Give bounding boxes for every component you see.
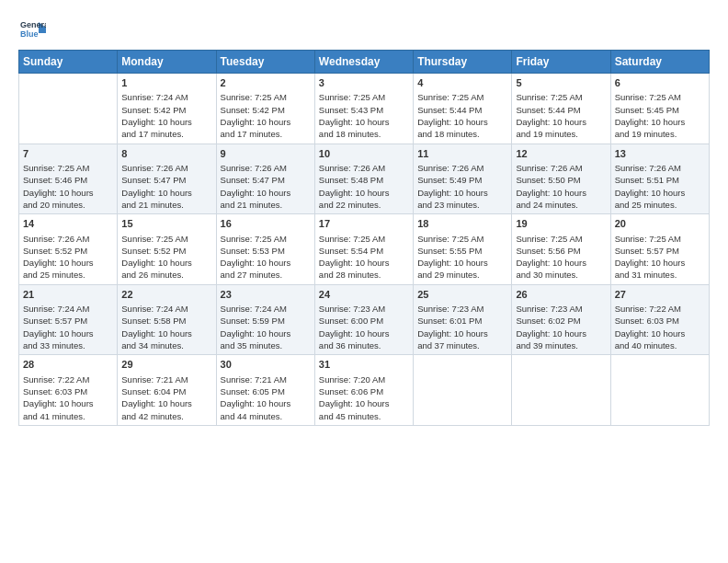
day-number: 19 bbox=[516, 217, 606, 231]
calendar-cell: 28Sunrise: 7:22 AM Sunset: 6:03 PM Dayli… bbox=[19, 355, 118, 426]
day-info: Sunrise: 7:26 AM Sunset: 5:47 PM Dayligh… bbox=[121, 162, 211, 211]
day-info: Sunrise: 7:25 AM Sunset: 5:42 PM Dayligh… bbox=[221, 91, 311, 140]
calendar-cell: 7Sunrise: 7:25 AM Sunset: 5:46 PM Daylig… bbox=[19, 144, 118, 214]
logo: General Blue bbox=[18, 15, 50, 42]
calendar-cell: 8Sunrise: 7:26 AM Sunset: 5:47 PM Daylig… bbox=[118, 144, 216, 214]
calendar-cell: 23Sunrise: 7:24 AM Sunset: 5:59 PM Dayli… bbox=[216, 284, 314, 355]
day-number: 16 bbox=[221, 217, 311, 231]
calendar-cell: 6Sunrise: 7:25 AM Sunset: 5:45 PM Daylig… bbox=[610, 74, 709, 144]
weekday-header: Sunday bbox=[19, 51, 118, 74]
calendar-cell: 12Sunrise: 7:26 AM Sunset: 5:50 PM Dayli… bbox=[512, 144, 610, 214]
calendar-cell: 10Sunrise: 7:26 AM Sunset: 5:48 PM Dayli… bbox=[314, 144, 413, 214]
calendar-week-row: 21Sunrise: 7:24 AM Sunset: 5:57 PM Dayli… bbox=[19, 284, 710, 355]
day-number: 2 bbox=[221, 76, 311, 90]
day-number: 21 bbox=[23, 288, 113, 302]
day-number: 26 bbox=[516, 288, 606, 302]
weekday-header: Tuesday bbox=[216, 51, 314, 74]
calendar-cell: 26Sunrise: 7:23 AM Sunset: 6:02 PM Dayli… bbox=[512, 284, 610, 355]
day-info: Sunrise: 7:21 AM Sunset: 6:04 PM Dayligh… bbox=[121, 373, 211, 422]
day-info: Sunrise: 7:25 AM Sunset: 5:43 PM Dayligh… bbox=[319, 91, 409, 140]
day-info: Sunrise: 7:26 AM Sunset: 5:47 PM Dayligh… bbox=[221, 162, 311, 211]
day-info: Sunrise: 7:26 AM Sunset: 5:48 PM Dayligh… bbox=[319, 162, 409, 211]
calendar-cell: 13Sunrise: 7:26 AM Sunset: 5:51 PM Dayli… bbox=[610, 144, 709, 214]
day-number: 29 bbox=[121, 358, 211, 372]
day-info: Sunrise: 7:20 AM Sunset: 6:06 PM Dayligh… bbox=[319, 373, 409, 422]
weekday-header: Monday bbox=[118, 51, 216, 74]
day-info: Sunrise: 7:25 AM Sunset: 5:57 PM Dayligh… bbox=[615, 233, 705, 282]
day-number: 23 bbox=[221, 288, 311, 302]
calendar-cell bbox=[19, 74, 118, 144]
calendar-cell bbox=[512, 355, 610, 426]
calendar-week-row: 14Sunrise: 7:26 AM Sunset: 5:52 PM Dayli… bbox=[19, 214, 710, 285]
calendar-week-row: 7Sunrise: 7:25 AM Sunset: 5:46 PM Daylig… bbox=[19, 144, 710, 214]
calendar-cell: 4Sunrise: 7:25 AM Sunset: 5:44 PM Daylig… bbox=[414, 74, 512, 144]
calendar-cell: 30Sunrise: 7:21 AM Sunset: 6:05 PM Dayli… bbox=[216, 355, 314, 426]
day-info: Sunrise: 7:25 AM Sunset: 5:55 PM Dayligh… bbox=[417, 233, 507, 282]
day-number: 27 bbox=[615, 288, 705, 302]
day-info: Sunrise: 7:25 AM Sunset: 5:44 PM Dayligh… bbox=[417, 91, 507, 140]
header-row: SundayMondayTuesdayWednesdayThursdayFrid… bbox=[19, 51, 710, 74]
day-number: 11 bbox=[417, 147, 507, 161]
calendar-cell: 24Sunrise: 7:23 AM Sunset: 6:00 PM Dayli… bbox=[314, 284, 413, 355]
day-number: 8 bbox=[121, 147, 211, 161]
day-number: 12 bbox=[516, 147, 606, 161]
day-info: Sunrise: 7:26 AM Sunset: 5:51 PM Dayligh… bbox=[615, 162, 705, 211]
day-info: Sunrise: 7:26 AM Sunset: 5:49 PM Dayligh… bbox=[417, 162, 507, 211]
calendar-cell bbox=[610, 355, 709, 426]
day-info: Sunrise: 7:25 AM Sunset: 5:56 PM Dayligh… bbox=[516, 233, 606, 282]
weekday-header: Saturday bbox=[610, 51, 709, 74]
day-number: 31 bbox=[319, 358, 409, 372]
day-number: 25 bbox=[417, 288, 507, 302]
calendar-cell bbox=[414, 355, 512, 426]
day-info: Sunrise: 7:21 AM Sunset: 6:05 PM Dayligh… bbox=[221, 373, 311, 422]
day-number: 10 bbox=[319, 147, 409, 161]
header: General Blue bbox=[18, 15, 710, 42]
day-number: 15 bbox=[121, 217, 211, 231]
calendar-cell: 5Sunrise: 7:25 AM Sunset: 5:44 PM Daylig… bbox=[512, 74, 610, 144]
day-number: 1 bbox=[121, 76, 211, 90]
day-info: Sunrise: 7:24 AM Sunset: 5:57 PM Dayligh… bbox=[23, 303, 113, 351]
day-number: 5 bbox=[516, 76, 606, 90]
calendar-cell: 20Sunrise: 7:25 AM Sunset: 5:57 PM Dayli… bbox=[610, 214, 709, 285]
weekday-header: Wednesday bbox=[314, 51, 413, 74]
day-info: Sunrise: 7:23 AM Sunset: 6:02 PM Dayligh… bbox=[516, 303, 606, 351]
day-number: 17 bbox=[319, 217, 409, 231]
svg-text:Blue: Blue bbox=[20, 29, 39, 39]
calendar-cell: 16Sunrise: 7:25 AM Sunset: 5:53 PM Dayli… bbox=[216, 214, 314, 285]
day-info: Sunrise: 7:24 AM Sunset: 5:59 PM Dayligh… bbox=[221, 303, 311, 351]
calendar-cell: 19Sunrise: 7:25 AM Sunset: 5:56 PM Dayli… bbox=[512, 214, 610, 285]
calendar-cell: 15Sunrise: 7:25 AM Sunset: 5:52 PM Dayli… bbox=[118, 214, 216, 285]
logo-icon: General Blue bbox=[18, 15, 46, 42]
day-info: Sunrise: 7:22 AM Sunset: 6:03 PM Dayligh… bbox=[23, 373, 113, 422]
day-info: Sunrise: 7:23 AM Sunset: 6:01 PM Dayligh… bbox=[417, 303, 507, 351]
calendar-cell: 22Sunrise: 7:24 AM Sunset: 5:58 PM Dayli… bbox=[118, 284, 216, 355]
calendar-cell: 11Sunrise: 7:26 AM Sunset: 5:49 PM Dayli… bbox=[414, 144, 512, 214]
day-info: Sunrise: 7:26 AM Sunset: 5:50 PM Dayligh… bbox=[516, 162, 606, 211]
day-number: 18 bbox=[417, 217, 507, 231]
calendar-cell: 2Sunrise: 7:25 AM Sunset: 5:42 PM Daylig… bbox=[216, 74, 314, 144]
day-info: Sunrise: 7:24 AM Sunset: 5:42 PM Dayligh… bbox=[121, 91, 211, 140]
calendar-cell: 9Sunrise: 7:26 AM Sunset: 5:47 PM Daylig… bbox=[216, 144, 314, 214]
calendar-cell: 31Sunrise: 7:20 AM Sunset: 6:06 PM Dayli… bbox=[314, 355, 413, 426]
calendar-cell: 25Sunrise: 7:23 AM Sunset: 6:01 PM Dayli… bbox=[414, 284, 512, 355]
calendar-cell: 18Sunrise: 7:25 AM Sunset: 5:55 PM Dayli… bbox=[414, 214, 512, 285]
day-number: 24 bbox=[319, 288, 409, 302]
day-number: 28 bbox=[23, 358, 113, 372]
day-number: 4 bbox=[417, 76, 507, 90]
day-info: Sunrise: 7:22 AM Sunset: 6:03 PM Dayligh… bbox=[615, 303, 705, 351]
day-number: 20 bbox=[615, 217, 705, 231]
day-number: 6 bbox=[615, 76, 705, 90]
day-info: Sunrise: 7:25 AM Sunset: 5:54 PM Dayligh… bbox=[319, 233, 409, 282]
day-number: 3 bbox=[319, 76, 409, 90]
page: General Blue SundayMondayTuesdayWednesda… bbox=[0, 0, 728, 435]
day-info: Sunrise: 7:25 AM Sunset: 5:45 PM Dayligh… bbox=[615, 91, 705, 140]
day-number: 13 bbox=[615, 147, 705, 161]
day-number: 22 bbox=[121, 288, 211, 302]
calendar-cell: 27Sunrise: 7:22 AM Sunset: 6:03 PM Dayli… bbox=[610, 284, 709, 355]
day-info: Sunrise: 7:25 AM Sunset: 5:52 PM Dayligh… bbox=[121, 233, 211, 282]
calendar-cell: 14Sunrise: 7:26 AM Sunset: 5:52 PM Dayli… bbox=[19, 214, 118, 285]
calendar-cell: 3Sunrise: 7:25 AM Sunset: 5:43 PM Daylig… bbox=[314, 74, 413, 144]
day-number: 14 bbox=[23, 217, 113, 231]
calendar-table: SundayMondayTuesdayWednesdayThursdayFrid… bbox=[18, 50, 710, 426]
day-info: Sunrise: 7:25 AM Sunset: 5:46 PM Dayligh… bbox=[23, 162, 113, 211]
